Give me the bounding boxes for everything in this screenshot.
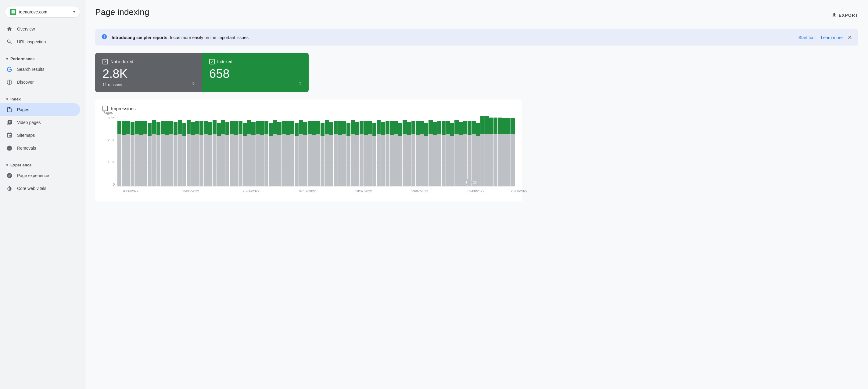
bar-group[interactable] <box>286 116 290 186</box>
bar-group[interactable] <box>489 116 493 186</box>
bar-group[interactable] <box>433 116 437 186</box>
bar-group[interactable] <box>312 116 316 186</box>
bar-group[interactable] <box>329 116 333 186</box>
bar-group[interactable] <box>342 116 346 186</box>
bar-group[interactable] <box>169 116 173 186</box>
bar-group[interactable] <box>338 116 342 186</box>
bar-group[interactable] <box>450 116 454 186</box>
bar-group[interactable] <box>351 116 355 186</box>
bar-group[interactable] <box>416 116 420 186</box>
not-indexed-card[interactable]: ✓ Not indexed 2.8K 11 reasons ? <box>95 53 202 92</box>
bar-group[interactable] <box>390 116 394 186</box>
sidebar-item-url-inspection[interactable]: URL inspection <box>0 35 80 48</box>
bar-group[interactable] <box>381 116 385 186</box>
bar-group[interactable] <box>364 116 368 186</box>
bar-group[interactable] <box>265 116 269 186</box>
sidebar-item-sitemaps[interactable]: Sitemaps <box>0 129 80 142</box>
bar-group[interactable] <box>377 116 381 186</box>
bar-group[interactable] <box>290 116 294 186</box>
bar-group[interactable] <box>463 116 467 186</box>
bar-group[interactable] <box>143 116 147 186</box>
start-tour-link[interactable]: Start tour <box>799 35 816 40</box>
bar-group[interactable] <box>498 116 502 186</box>
bar-group[interactable] <box>468 116 471 186</box>
bar-group[interactable] <box>299 116 303 186</box>
bar-group[interactable] <box>459 116 463 186</box>
bar-group[interactable] <box>156 116 160 186</box>
close-button[interactable]: ✕ <box>847 35 852 40</box>
bar-group[interactable] <box>126 116 130 186</box>
bar-group[interactable] <box>122 116 126 186</box>
bar-group[interactable] <box>506 116 510 186</box>
bar-group[interactable] <box>334 116 338 186</box>
bar-group[interactable] <box>372 116 376 186</box>
bar-group[interactable] <box>117 116 121 186</box>
bar-group[interactable] <box>130 116 134 186</box>
bar-group[interactable] <box>494 116 497 186</box>
bar-group[interactable] <box>368 116 372 186</box>
bar-group[interactable] <box>472 116 476 186</box>
bar-group[interactable] <box>152 116 156 186</box>
bar-group[interactable] <box>174 116 178 186</box>
bar-group[interactable] <box>407 116 411 186</box>
bar-group[interactable] <box>403 116 407 186</box>
bar-group[interactable] <box>195 116 199 186</box>
bar-group[interactable] <box>182 116 186 186</box>
section-performance[interactable]: ▾ Performance <box>0 53 85 63</box>
bar-group[interactable] <box>135 116 139 186</box>
bar-group[interactable] <box>294 116 299 186</box>
bar-group[interactable] <box>234 116 238 186</box>
bar-group[interactable] <box>480 116 484 186</box>
bar-group[interactable] <box>355 116 359 186</box>
bar-group[interactable] <box>303 116 307 186</box>
bar-group[interactable] <box>282 116 286 186</box>
bar-group[interactable] <box>161 116 165 186</box>
sidebar-item-search-results[interactable]: Search results <box>0 63 80 76</box>
bar-group[interactable] <box>217 116 221 186</box>
bar-group[interactable] <box>251 116 255 186</box>
bar-group[interactable] <box>247 116 251 186</box>
help-icon-indexed[interactable]: ? <box>299 82 301 87</box>
bar-group[interactable] <box>191 116 195 186</box>
bar-group[interactable] <box>394 116 398 186</box>
bar-group[interactable] <box>429 116 432 186</box>
bar-group[interactable] <box>385 116 390 186</box>
bar-group[interactable] <box>398 116 402 186</box>
bar-group[interactable] <box>502 116 506 186</box>
bar-group[interactable] <box>239 116 243 186</box>
sidebar-item-pages[interactable]: Pages <box>0 103 80 116</box>
bar-group[interactable] <box>316 116 320 186</box>
bar-group[interactable] <box>325 116 329 186</box>
bar-group[interactable] <box>455 116 458 186</box>
bar-group[interactable] <box>213 116 217 186</box>
bar-group[interactable] <box>511 116 515 186</box>
bar-group[interactable] <box>204 116 208 186</box>
bar-group[interactable] <box>225 116 229 186</box>
bar-group[interactable] <box>221 116 225 186</box>
sidebar-item-overview[interactable]: Overview <box>0 23 80 35</box>
bar-group[interactable] <box>187 116 191 186</box>
bar-group[interactable] <box>273 116 277 186</box>
bar-group[interactable] <box>139 116 143 186</box>
bar-group[interactable] <box>346 116 350 186</box>
sidebar-item-core-web-vitals[interactable]: Core web vitals <box>0 182 80 195</box>
sidebar-item-discover[interactable]: Discover <box>0 76 80 88</box>
section-index[interactable]: ▾ Index <box>0 94 85 103</box>
bar-group[interactable] <box>243 116 247 186</box>
bar-group[interactable] <box>320 116 324 186</box>
bar-group[interactable] <box>308 116 312 186</box>
bar-group[interactable] <box>148 116 152 186</box>
bar-group[interactable] <box>411 116 415 186</box>
export-button[interactable]: EXPORT <box>831 12 858 18</box>
bar-group[interactable] <box>437 116 441 186</box>
bar-group[interactable] <box>165 116 169 186</box>
bar-group[interactable] <box>424 116 428 186</box>
bar-group[interactable] <box>420 116 424 186</box>
bar-group[interactable] <box>256 116 260 186</box>
sidebar-item-removals[interactable]: Removals <box>0 142 80 155</box>
bar-group[interactable] <box>208 116 212 186</box>
help-icon-not-indexed[interactable]: ? <box>192 82 194 87</box>
bar-group[interactable] <box>360 116 364 186</box>
site-selector[interactable]: ideagrove.com ▾ <box>5 6 80 18</box>
bar-group[interactable] <box>260 116 264 186</box>
